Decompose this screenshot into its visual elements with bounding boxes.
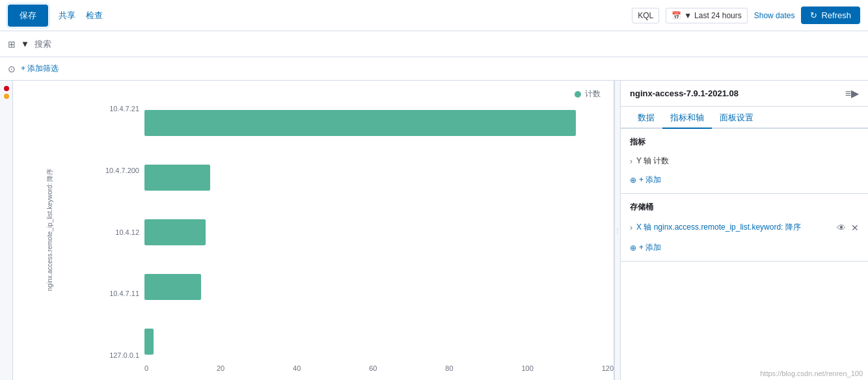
- x-axis: 0 20 40 60 80 100 120: [144, 364, 614, 372]
- left-strip-indicator1: [4, 86, 9, 91]
- buckets-add-button[interactable]: ⊕ + 添加: [630, 242, 859, 253]
- filter-label: 搜索: [34, 38, 51, 50]
- x-label-100: 100: [521, 364, 533, 372]
- tab-panel-settings[interactable]: 面板设置: [712, 107, 761, 129]
- bar-row-4: [144, 269, 614, 305]
- metrics-add-button[interactable]: ⊕ + 添加: [630, 174, 859, 185]
- buckets-item-label[interactable]: X 轴 nginx.access.remote_ip_list.keyword:…: [636, 222, 833, 233]
- metrics-item: › Y 轴 计数: [630, 153, 859, 169]
- bar-row-2: [144, 159, 614, 195]
- filter-icon: ⊙: [8, 64, 16, 74]
- chevron-down-icon: ▼: [684, 11, 692, 20]
- chevron-down-icon2[interactable]: ▼: [21, 39, 29, 49]
- filter-bar: ⊙ + 添加筛选: [0, 57, 868, 81]
- left-strip: [0, 81, 13, 380]
- bar-row-3: [144, 214, 614, 250]
- buckets-item: › X 轴 nginx.access.remote_ip_list.keywor…: [630, 218, 859, 237]
- metrics-item-label: Y 轴 计数: [636, 156, 669, 167]
- share-link[interactable]: 共享: [59, 10, 75, 21]
- x-label-80: 80: [445, 364, 453, 372]
- x-label-60: 60: [369, 364, 377, 372]
- x-label-20: 20: [217, 364, 224, 372]
- resize-handle[interactable]: ⋮: [614, 81, 621, 380]
- chart-body: nginx.access.remote_ip_list.keyword: 降序 …: [21, 105, 614, 372]
- chart-area: 计数 nginx.access.remote_ip_list.keyword: …: [13, 81, 614, 380]
- bar-1: [144, 110, 576, 136]
- save-button[interactable]: 保存: [8, 5, 48, 27]
- metrics-add-icon: ⊕: [630, 176, 636, 185]
- top-bar: 保存 共享 检查 KQL 📅 ▼ Last 24 hours Show date…: [0, 0, 868, 31]
- metrics-section-title: 指标: [630, 137, 859, 148]
- buckets-item-icon: ›: [630, 223, 632, 232]
- bar-3: [144, 219, 206, 245]
- metrics-chevron-icon[interactable]: ›: [630, 157, 632, 166]
- bar-row-1: [144, 105, 614, 141]
- grid-icon[interactable]: ⊞: [8, 39, 16, 49]
- show-dates-button[interactable]: Show dates: [754, 11, 795, 20]
- panel-tabs: 数据 指标和轴 面板设置: [621, 107, 868, 129]
- panel-header: nginx-access-7.9.1-2021.08 ≡▶: [621, 81, 868, 107]
- legend-label: 计数: [585, 88, 601, 100]
- close-icon[interactable]: ✕: [851, 223, 859, 233]
- main-content: 计数 nginx.access.remote_ip_list.keyword: …: [0, 81, 868, 380]
- x-label-120: 120: [602, 364, 614, 372]
- y-label-5: 127.0.0.1: [109, 351, 139, 359]
- tab-data[interactable]: 数据: [630, 107, 662, 129]
- y-axis-labels: 10.4.7.21 10.4.7.200 10.4.12 10.4.7.11 1…: [79, 105, 144, 372]
- right-panel: nginx-access-7.9.1-2021.08 ≡▶ 数据 指标和轴 面板…: [621, 81, 868, 380]
- buckets-section-title: 存储桶: [630, 202, 859, 213]
- chart-legend: 计数: [21, 88, 614, 100]
- bars-area: 0 20 40 60 80 100 120: [144, 105, 614, 372]
- legend-dot: [575, 91, 581, 98]
- buckets-add-label: + 添加: [639, 242, 661, 253]
- buckets-add-icon: ⊕: [630, 243, 636, 252]
- y-label-4: 10.4.7.11: [109, 290, 139, 297]
- panel-title: nginx-access-7.9.1-2021.08: [630, 88, 739, 98]
- y-axis-title: nginx.access.remote_ip_list.keyword: 降序: [46, 165, 55, 295]
- calendar-icon: 📅: [671, 11, 681, 20]
- y-label-2: 10.4.7.200: [105, 167, 139, 174]
- bar-row-5: [144, 323, 614, 359]
- kql-badge[interactable]: KQL: [632, 8, 659, 23]
- search-bar: ⊞ ▼ 搜索: [0, 31, 868, 57]
- watermark: https://blog.csdn.net/renren_100: [760, 370, 863, 377]
- x-label-0: 0: [144, 364, 148, 372]
- refresh-button[interactable]: ↻ Refresh: [801, 7, 860, 24]
- y-label-1: 10.4.7.21: [109, 105, 139, 113]
- bar-5: [144, 329, 154, 355]
- buckets-section: 存储桶 › X 轴 nginx.access.remote_ip_list.ke…: [621, 194, 868, 262]
- bar-2: [144, 165, 210, 191]
- panel-menu-icon[interactable]: ≡▶: [845, 87, 859, 100]
- refresh-label: Refresh: [821, 10, 851, 20]
- resize-icon: ⋮: [614, 227, 621, 234]
- eye-icon[interactable]: 👁: [837, 223, 846, 233]
- time-range-label: Last 24 hours: [694, 11, 742, 20]
- inspect-link[interactable]: 检查: [86, 10, 103, 21]
- buckets-item-actions: 👁 ✕: [837, 223, 859, 233]
- y-label-3: 10.4.12: [115, 228, 139, 236]
- refresh-icon: ↻: [810, 10, 817, 20]
- metrics-section: 指标 › Y 轴 计数 ⊕ + 添加: [621, 129, 868, 194]
- bar-4: [144, 274, 201, 300]
- add-filter-button[interactable]: + 添加筛选: [21, 63, 59, 74]
- left-strip-indicator2: [4, 94, 9, 99]
- x-label-40: 40: [293, 364, 301, 372]
- metrics-add-label: + 添加: [639, 174, 661, 185]
- date-picker[interactable]: 📅 ▼ Last 24 hours: [666, 8, 748, 23]
- tab-metrics-axes[interactable]: 指标和轴: [662, 107, 712, 129]
